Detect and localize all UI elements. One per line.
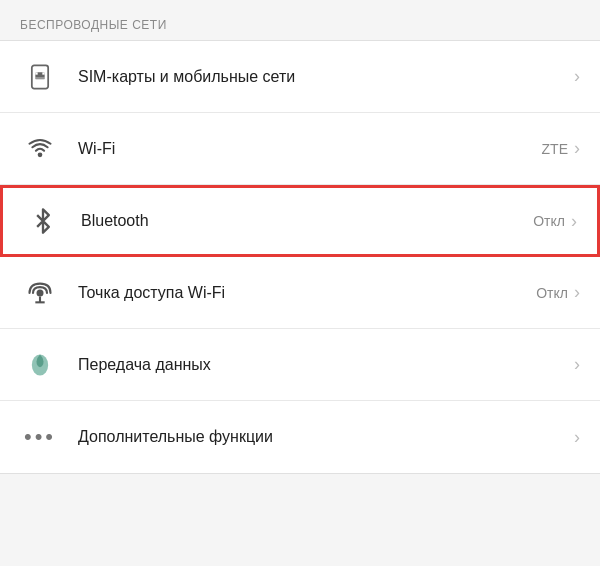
- data-right: ›: [574, 354, 580, 375]
- hotspot-icon: [20, 273, 60, 313]
- wifi-chevron: ›: [574, 138, 580, 159]
- hotspot-item-content: Точка доступа Wi-Fi Откл ›: [78, 282, 580, 303]
- svg-rect-2: [35, 72, 37, 74]
- hotspot-label: Точка доступа Wi-Fi: [78, 284, 225, 302]
- sim-chevron: ›: [574, 66, 580, 87]
- settings-item-bluetooth[interactable]: Bluetooth Откл ›: [0, 185, 600, 257]
- settings-item-sim[interactable]: SIM-карты и мобильные сети ›: [0, 41, 600, 113]
- hotspot-right: Откл ›: [536, 282, 580, 303]
- svg-point-6: [38, 152, 43, 157]
- bluetooth-status: Откл: [533, 213, 565, 229]
- svg-rect-3: [42, 72, 44, 74]
- wifi-icon: [20, 129, 60, 169]
- more-chevron: ›: [574, 427, 580, 448]
- more-item-content: Дополнительные функции ›: [78, 427, 580, 448]
- wifi-label: Wi-Fi: [78, 140, 115, 158]
- settings-item-data[interactable]: Передача данных ›: [0, 329, 600, 401]
- svg-point-7: [37, 289, 44, 296]
- bluetooth-right: Откл ›: [533, 211, 577, 232]
- settings-item-more[interactable]: ••• Дополнительные функции ›: [0, 401, 600, 473]
- settings-item-hotspot[interactable]: Точка доступа Wi-Fi Откл ›: [0, 257, 600, 329]
- sim-right: ›: [574, 66, 580, 87]
- more-label: Дополнительные функции: [78, 428, 273, 446]
- settings-list: SIM-карты и мобильные сети › Wi-Fi ZTE ›: [0, 40, 600, 474]
- sim-label: SIM-карты и мобильные сети: [78, 68, 295, 86]
- section-header-text: БЕСПРОВОДНЫЕ СЕТИ: [20, 18, 167, 32]
- section-header: БЕСПРОВОДНЫЕ СЕТИ: [0, 0, 600, 40]
- bluetooth-item-content: Bluetooth Откл ›: [81, 211, 577, 232]
- wifi-item-content: Wi-Fi ZTE ›: [78, 138, 580, 159]
- sim-item-content: SIM-карты и мобильные сети ›: [78, 66, 580, 87]
- svg-rect-4: [35, 77, 44, 79]
- more-right: ›: [574, 427, 580, 448]
- data-item-content: Передача данных ›: [78, 354, 580, 375]
- hotspot-chevron: ›: [574, 282, 580, 303]
- hotspot-status: Откл: [536, 285, 568, 301]
- wifi-status: ZTE: [542, 141, 568, 157]
- bluetooth-label: Bluetooth: [81, 212, 149, 230]
- wifi-right: ZTE ›: [542, 138, 580, 159]
- sim-icon: [20, 57, 60, 97]
- data-transfer-icon: [20, 345, 60, 385]
- bluetooth-chevron: ›: [571, 211, 577, 232]
- settings-item-wifi[interactable]: Wi-Fi ZTE ›: [0, 113, 600, 185]
- data-label: Передача данных: [78, 356, 211, 374]
- bluetooth-icon: [23, 201, 63, 241]
- more-dots-icon: •••: [20, 417, 60, 457]
- data-chevron: ›: [574, 354, 580, 375]
